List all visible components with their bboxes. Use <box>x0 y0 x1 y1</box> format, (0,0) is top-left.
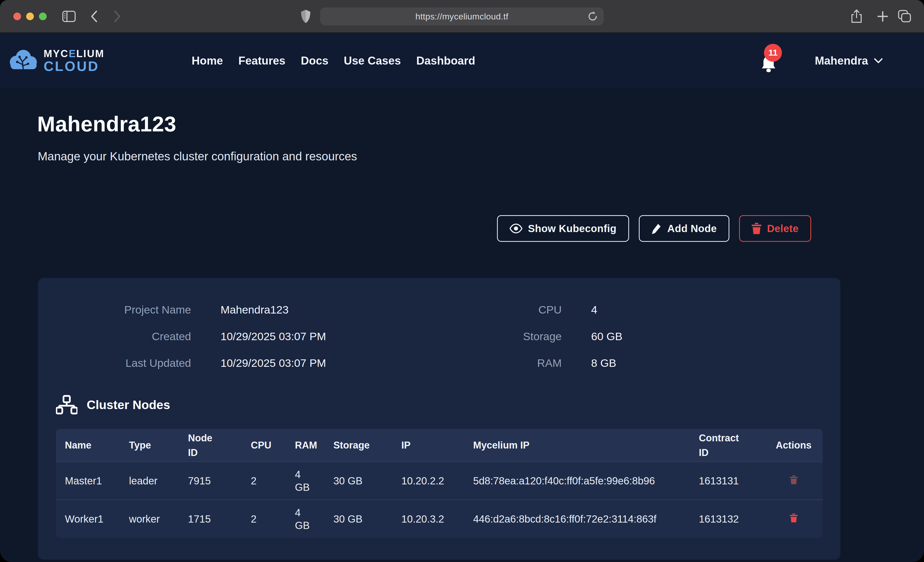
cell-node-id: 7915 <box>179 462 242 500</box>
user-menu[interactable]: Mahendra <box>815 54 883 67</box>
col-name: Name <box>56 429 120 462</box>
trash-icon <box>752 223 761 234</box>
tab-overview-button[interactable] <box>898 0 911 33</box>
notifications-button[interactable]: 11 <box>761 45 779 76</box>
col-node-id: Node ID <box>179 429 242 462</box>
delete-node-button[interactable] <box>776 475 798 484</box>
site-logo[interactable]: MYCELIUM CLOUD <box>8 48 104 73</box>
chevron-down-icon <box>874 58 883 64</box>
browser-window: https://myceliumcloud.tf <box>0 0 924 562</box>
created-label: Created <box>56 323 191 350</box>
close-window-button[interactable] <box>14 13 21 20</box>
cell-ip: 10.20.3.2 <box>392 500 464 538</box>
delete-node-button[interactable] <box>776 513 798 523</box>
share-icon <box>851 9 862 23</box>
last-updated-label: Last Updated <box>56 350 191 376</box>
cell-contract-id: 1613131 <box>690 462 767 500</box>
plus-icon <box>877 11 888 22</box>
app-header: MYCELIUM CLOUD Home Features Docs Use Ca… <box>0 33 924 88</box>
cell-actions <box>767 500 823 538</box>
forward-icon <box>113 10 121 22</box>
cell-ram: 4 GB <box>286 462 324 500</box>
nav-features[interactable]: Features <box>238 54 285 67</box>
cell-node-id: 1715 <box>179 500 242 538</box>
cell-cpu: 2 <box>242 462 286 500</box>
cluster-info-grid: Project Name Mahendra123 CPU 4 Created 1… <box>56 296 822 376</box>
col-mycelium-ip: Mycelium IP <box>464 429 690 462</box>
main-nav: Home Features Docs Use Cases Dashboard <box>192 54 475 67</box>
col-cpu: CPU <box>242 429 286 462</box>
col-type: Type <box>120 429 179 462</box>
ram-label: RAM <box>447 350 562 376</box>
cluster-nodes-icon <box>56 395 78 415</box>
cell-ip: 10.20.2.2 <box>392 462 464 500</box>
page-content: Mahendra123 Manage your Kubernetes clust… <box>0 33 924 562</box>
storage-value: 60 GB <box>562 323 822 350</box>
cluster-nodes-title: Cluster Nodes <box>87 398 170 412</box>
cell-storage: 30 GB <box>324 500 392 538</box>
sidebar-icon <box>62 11 76 22</box>
cpu-label: CPU <box>447 296 562 323</box>
eye-icon <box>510 224 522 233</box>
storage-label: Storage <box>447 323 562 350</box>
delete-cluster-button[interactable]: Delete <box>739 215 811 242</box>
share-button[interactable] <box>851 0 862 33</box>
nav-use-cases[interactable]: Use Cases <box>344 54 401 67</box>
cell-contract-id: 1613132 <box>690 500 767 538</box>
tabs-overview-icon <box>898 10 911 23</box>
last-updated-value: 10/29/2025 03:07 PM <box>191 350 447 376</box>
cpu-value: 4 <box>562 296 822 323</box>
show-kubeconfig-button[interactable]: Show Kubeconfig <box>497 215 629 242</box>
cluster-actions: Show Kubeconfig Add Node <box>497 215 811 242</box>
trash-icon <box>790 475 798 484</box>
col-ip: IP <box>392 429 464 462</box>
col-storage: Storage <box>324 429 392 462</box>
nav-home[interactable]: Home <box>192 54 223 67</box>
pencil-icon <box>651 223 662 234</box>
cell-mycelium-ip: 446:d2a6:8bcd:8c16:ff0f:72e2:3114:863f <box>464 500 690 538</box>
cell-mycelium-ip: 5d8:78ea:a120:f40c:ff0f:a5fe:99e6:8b96 <box>464 462 690 500</box>
nodes-table: Name Type Node ID CPU RAM Storage IP Myc… <box>56 429 823 538</box>
cluster-nodes-header: Cluster Nodes <box>56 395 822 415</box>
node-row-master1: Master1 leader 7915 2 4 GB 30 GB 10.20.2… <box>56 462 823 500</box>
back-button[interactable] <box>90 0 98 33</box>
cell-cpu: 2 <box>242 500 286 538</box>
browser-chrome: https://myceliumcloud.tf <box>0 0 924 33</box>
cluster-details-panel: Project Name Mahendra123 CPU 4 Created 1… <box>38 278 840 560</box>
privacy-shield-icon[interactable] <box>301 9 311 24</box>
cell-name: Master1 <box>56 462 120 500</box>
nav-docs[interactable]: Docs <box>301 54 328 67</box>
traffic-lights <box>14 13 46 20</box>
trash-icon <box>790 513 798 523</box>
project-name-label: Project Name <box>56 296 191 323</box>
node-row-worker1: Worker1 worker 1715 2 4 GB 30 GB 10.20.3… <box>56 500 823 538</box>
cell-type: worker <box>120 500 179 538</box>
page-subtitle: Manage your Kubernetes cluster configura… <box>38 149 357 163</box>
logo-wordmark: MYCELIUM CLOUD <box>44 48 104 73</box>
cell-type: leader <box>120 462 179 500</box>
nav-dashboard[interactable]: Dashboard <box>416 54 475 67</box>
cell-name: Worker1 <box>56 500 120 538</box>
zoom-window-button[interactable] <box>39 13 46 20</box>
col-actions: Actions <box>767 429 823 462</box>
cell-actions <box>767 462 823 500</box>
sidebar-toggle-button[interactable] <box>62 0 76 33</box>
created-value: 10/29/2025 03:07 PM <box>191 323 447 350</box>
col-contract-id: Contract ID <box>690 429 767 462</box>
reload-button[interactable] <box>587 11 598 22</box>
ram-value: 8 GB <box>562 350 822 376</box>
project-name-value: Mahendra123 <box>191 296 447 323</box>
add-node-button[interactable]: Add Node <box>639 215 729 242</box>
header-right: 11 Mahendra <box>761 33 924 88</box>
page-viewport: Mahendra123 Manage your Kubernetes clust… <box>0 33 924 562</box>
notification-count-badge: 11 <box>764 44 782 62</box>
new-tab-button[interactable] <box>877 0 888 33</box>
cell-storage: 30 GB <box>324 462 392 500</box>
page-title: Mahendra123 <box>37 112 176 136</box>
address-bar[interactable]: https://myceliumcloud.tf <box>320 7 604 25</box>
forward-button[interactable] <box>113 0 121 33</box>
col-ram: RAM <box>286 429 324 462</box>
minimize-window-button[interactable] <box>26 13 34 20</box>
back-icon <box>90 10 98 22</box>
mycelium-cloud-logo-icon <box>8 48 39 73</box>
